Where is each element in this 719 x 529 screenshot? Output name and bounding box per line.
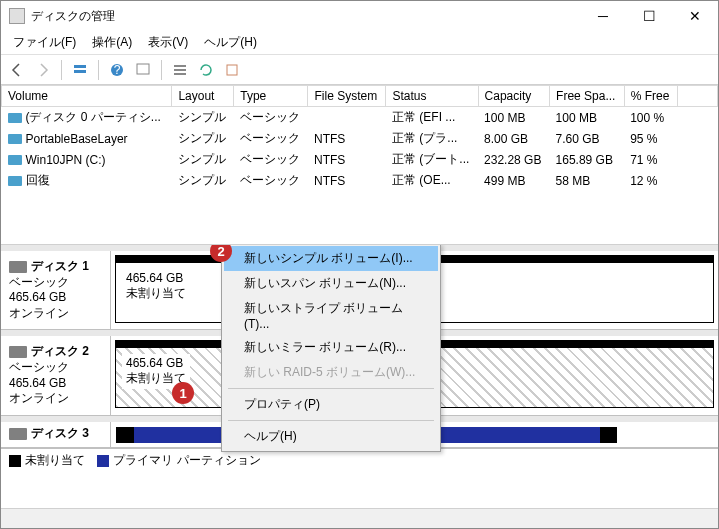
context-menu: 2 新しいシンプル ボリューム(I)... 新しいスパン ボリューム(N)...… (221, 245, 441, 452)
disk-icon (9, 428, 27, 440)
minimize-button[interactable]: ─ (580, 1, 626, 31)
menu-help[interactable]: ヘルプ(H) (196, 32, 265, 53)
ctx-new-span-volume[interactable]: 新しいスパン ボリューム(N)... (224, 271, 438, 296)
svg-rect-6 (174, 69, 186, 71)
svg-rect-5 (174, 65, 186, 67)
col-fs[interactable]: File System (308, 86, 386, 107)
view-button[interactable] (68, 58, 92, 82)
disk-label: ディスク 3 (1, 422, 111, 447)
volume-icon (8, 176, 22, 186)
legend-swatch-unalloc (9, 455, 21, 467)
graphical-view: ディスク 1 ベーシック 465.64 GB オンライン 465.64 GB 未… (1, 245, 718, 508)
menubar: ファイル(F) 操作(A) 表示(V) ヘルプ(H) (1, 31, 718, 55)
legend-swatch-primary (97, 455, 109, 467)
help-button[interactable]: ? (105, 58, 129, 82)
col-status[interactable]: Status (386, 86, 478, 107)
disk-label: ディスク 2 ベーシック 465.64 GB オンライン (1, 336, 111, 414)
close-button[interactable]: ✕ (672, 1, 718, 31)
settings-button[interactable] (131, 58, 155, 82)
titlebar: ディスクの管理 ─ ☐ ✕ (1, 1, 718, 31)
ctx-properties[interactable]: プロパティ(P) (224, 392, 438, 417)
menu-file[interactable]: ファイル(F) (5, 32, 84, 53)
toolbar: ? (1, 55, 718, 85)
svg-text:?: ? (114, 63, 121, 77)
volume-icon (8, 155, 22, 165)
list-button[interactable] (168, 58, 192, 82)
ctx-new-mirror-volume[interactable]: 新しいミラー ボリューム(R)... (224, 335, 438, 360)
maximize-button[interactable]: ☐ (626, 1, 672, 31)
col-layout[interactable]: Layout (172, 86, 234, 107)
menu-action[interactable]: 操作(A) (84, 32, 140, 53)
ctx-new-raid5-volume: 新しい RAID-5 ボリューム(W)... (224, 360, 438, 385)
back-button[interactable] (5, 58, 29, 82)
disk-icon (9, 261, 27, 273)
svg-rect-7 (174, 73, 186, 75)
disk-label: ディスク 1 ベーシック 465.64 GB オンライン (1, 251, 111, 329)
refresh-button[interactable] (194, 58, 218, 82)
table-row[interactable]: (ディスク 0 パーティシ...シンプルベーシック正常 (EFI ...100 … (2, 107, 718, 129)
col-pct[interactable]: % Free (624, 86, 677, 107)
menu-view[interactable]: 表示(V) (140, 32, 196, 53)
col-free[interactable]: Free Spa... (550, 86, 625, 107)
volume-icon (8, 134, 22, 144)
svg-rect-8 (227, 65, 237, 75)
annotation-badge-1: 1 (172, 382, 194, 404)
disk-icon (9, 346, 27, 358)
action-button[interactable] (220, 58, 244, 82)
col-volume[interactable]: Volume (2, 86, 172, 107)
col-type[interactable]: Type (234, 86, 308, 107)
ctx-new-simple-volume[interactable]: 新しいシンプル ボリューム(I)... (224, 246, 438, 271)
table-row[interactable]: 回復シンプルベーシックNTFS正常 (OE...499 MB58 MB12 % (2, 170, 718, 191)
disk-row[interactable]: ディスク 1 ベーシック 465.64 GB オンライン 465.64 GB 未… (1, 251, 718, 330)
ctx-help[interactable]: ヘルプ(H) (224, 424, 438, 449)
window-title: ディスクの管理 (31, 8, 580, 25)
svg-rect-4 (137, 64, 149, 74)
app-icon (9, 8, 25, 24)
forward-button[interactable] (31, 58, 55, 82)
ctx-new-stripe-volume[interactable]: 新しいストライプ ボリューム(T)... (224, 296, 438, 335)
svg-rect-0 (74, 65, 86, 68)
col-capacity[interactable]: Capacity (478, 86, 550, 107)
statusbar (1, 508, 718, 528)
svg-rect-1 (74, 70, 86, 73)
volume-icon (8, 113, 22, 123)
table-row[interactable]: PortableBaseLayerシンプルベーシックNTFS正常 (プラ...8… (2, 128, 718, 149)
table-row[interactable]: Win10JPN (C:)シンプルベーシックNTFS正常 (ブート...232.… (2, 149, 718, 170)
volume-list[interactable]: Volume Layout Type File System Status Ca… (1, 85, 718, 245)
